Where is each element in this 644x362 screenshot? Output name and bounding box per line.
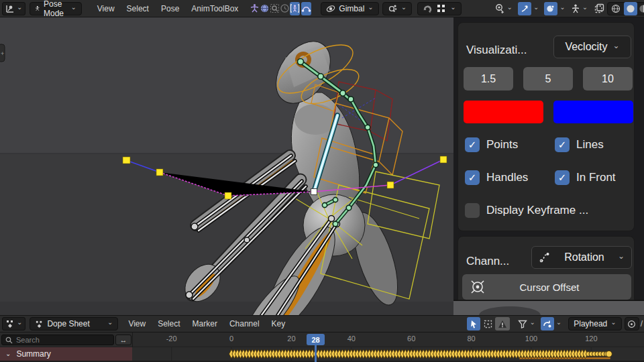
visualization-panel: Visualizati... Veclocity ⌄ 1.5 5 10 ✓ Po…: [458, 22, 635, 231]
proportional-playhead-dropdown[interactable]: Playhead ⌄: [568, 317, 621, 330]
menu-animtoolbox[interactable]: AnimToolBox: [185, 0, 244, 17]
viewport-header: ⌄ Pose Mode ⌄ View Select Pose AnimToolB…: [0, 0, 644, 17]
dopesheet-header: ⌄ Dope Sheet ⌄ View Select Marker Channe…: [0, 315, 644, 333]
snapping-dropdown[interactable]: ⌄: [538, 317, 564, 330]
armature-toggle[interactable]: [250, 2, 260, 15]
shading-material-button[interactable]: [639, 2, 644, 15]
handles-checkbox[interactable]: ✓: [465, 170, 480, 185]
transform-orientation-dropdown[interactable]: Gimbal ⌄: [321, 2, 378, 15]
visualization-type-dropdown[interactable]: Veclocity ⌄: [553, 36, 631, 58]
globe-toggle[interactable]: [260, 2, 270, 15]
zoom-region-toggle[interactable]: [270, 2, 280, 15]
visualization-label: Visualizati...: [466, 44, 527, 57]
shading-wireframe-button[interactable]: [609, 2, 623, 15]
overlay-frame-icon: [594, 3, 604, 13]
channel-search-input[interactable]: Search: [1, 335, 114, 345]
viewport-strip: [453, 300, 644, 315]
points-checkbox[interactable]: ✓: [465, 137, 480, 152]
ds-menu-select[interactable]: Select: [152, 315, 186, 333]
lines-checkbox[interactable]: ✓: [555, 137, 570, 152]
menu-view[interactable]: View: [91, 0, 121, 17]
dopesheet-icon: [5, 319, 15, 328]
channel-dropdown[interactable]: Rotation ⌄: [531, 246, 632, 269]
shading-solid-button[interactable]: [624, 2, 637, 15]
color-start-swatch[interactable]: [464, 101, 543, 123]
cursor-offset-button[interactable]: Cursor Offset: [462, 274, 631, 300]
viewport-3d[interactable]: +: [0, 17, 453, 315]
size-button-3[interactable]: 10: [583, 67, 633, 90]
summary-channel[interactable]: ⌄ Summary: [0, 347, 132, 361]
in-front-checkbox[interactable]: ✓: [555, 170, 570, 185]
svg-text:+: +: [1, 50, 4, 57]
menu-pose[interactable]: Pose: [155, 0, 185, 17]
only-selected-toggle[interactable]: [467, 317, 480, 330]
display-keyframe-label: Display Keyframe ...: [486, 204, 588, 217]
summary-row: ⌄ Summary: [0, 347, 644, 361]
arrow-ne-icon: [520, 4, 529, 13]
points-label: Points: [486, 138, 518, 152]
dopesheet-editor-type-button[interactable]: ⌄: [2, 317, 25, 330]
tick-label: 0: [229, 335, 233, 343]
cursor-offset-icon: [469, 278, 486, 296]
size-button-1[interactable]: 1.5: [464, 67, 513, 90]
ds-menu-key[interactable]: Key: [266, 315, 292, 333]
zoom-region-icon: [270, 3, 280, 13]
gizmo-eye-icon: [494, 3, 505, 13]
playhead-label: Playhead: [574, 319, 607, 328]
shading-mode-group: [607, 2, 644, 15]
menu-select[interactable]: Select: [121, 0, 155, 17]
arrows-horizontal-icon: ↔: [120, 336, 127, 344]
show-gizmo-dropdown[interactable]: ⌄: [491, 2, 515, 15]
toolbar-collapsed-tab[interactable]: +: [0, 44, 5, 62]
snap-target-icon: [388, 3, 398, 13]
selection-box-toggle[interactable]: [480, 317, 495, 330]
visualization-type-value: Veclocity: [565, 41, 607, 53]
frame-ruler[interactable]: -20 0 20 40 60 80 100 120: [132, 333, 644, 347]
cursor-arrow-icon: [470, 320, 478, 328]
errors-toggle[interactable]: [495, 317, 510, 330]
search-placeholder: Search: [16, 336, 40, 344]
in-front-label: In Front: [576, 171, 616, 184]
snap-with-dropdown[interactable]: ⌄: [382, 2, 412, 15]
playhead-line[interactable]: [315, 344, 317, 362]
clock-toggle[interactable]: [280, 2, 290, 15]
ds-menu-view[interactable]: View: [122, 315, 152, 333]
channel-value: Rotation: [556, 251, 612, 263]
tick-label: 80: [467, 335, 475, 343]
blender-window: + ⌄ Pose Mode ⌄ View Select Pose AnimToo…: [0, 0, 644, 362]
display-keyframe-checkbox[interactable]: [465, 203, 480, 218]
ds-menu-channel[interactable]: Channel: [223, 315, 266, 333]
armature-icon: [250, 3, 260, 13]
lines-label: Lines: [576, 138, 604, 152]
expand-channels-button[interactable]: ↔: [115, 335, 131, 345]
overlay-frame-toggle[interactable]: [594, 2, 604, 15]
proportional-edit-group: ⌄: [417, 2, 461, 15]
xray-dropdown[interactable]: ⌄: [541, 2, 568, 15]
xray-toggle[interactable]: [544, 2, 557, 15]
channel-panel: Chann... Rotation ⌄ Cursor Offset: [458, 236, 635, 300]
pose-options-dropdown[interactable]: ⌄: [568, 2, 590, 15]
orientation-label: Gimbal: [339, 4, 364, 13]
editor-type-button[interactable]: ⌄: [2, 2, 25, 15]
arc-handles-toggle[interactable]: [301, 2, 311, 15]
snap-magnet-icon[interactable]: [423, 4, 432, 13]
overlays-dropdown[interactable]: ⌄: [515, 2, 541, 15]
ds-menu-marker[interactable]: Marker: [186, 315, 223, 333]
dopesheet-mode-dropdown[interactable]: Dope Sheet ⌄: [30, 317, 118, 330]
figure-brackets-toggle[interactable]: [290, 2, 300, 15]
ds-snap-toggle[interactable]: [541, 317, 554, 330]
color-end-swatch[interactable]: [553, 101, 633, 123]
material-sphere-icon: [639, 4, 644, 13]
proportional-circle-icon: [627, 320, 636, 328]
arc-handles-icon: [301, 3, 311, 13]
proportional-edit-toggle[interactable]: [625, 317, 639, 330]
tick-label: 60: [407, 335, 415, 343]
dashed-box-icon: [484, 320, 492, 328]
mode-dropdown[interactable]: Pose Mode ⌄: [30, 2, 81, 15]
figure-brackets-icon: [290, 3, 300, 13]
collapse-chevron-icon[interactable]: ⌄: [5, 351, 11, 357]
size-button-2[interactable]: 5: [523, 67, 573, 90]
proportional-falloff-icon[interactable]: [437, 4, 445, 13]
filter-dropdown[interactable]: ⌄: [515, 317, 537, 330]
overlays-toggle[interactable]: [518, 2, 531, 15]
